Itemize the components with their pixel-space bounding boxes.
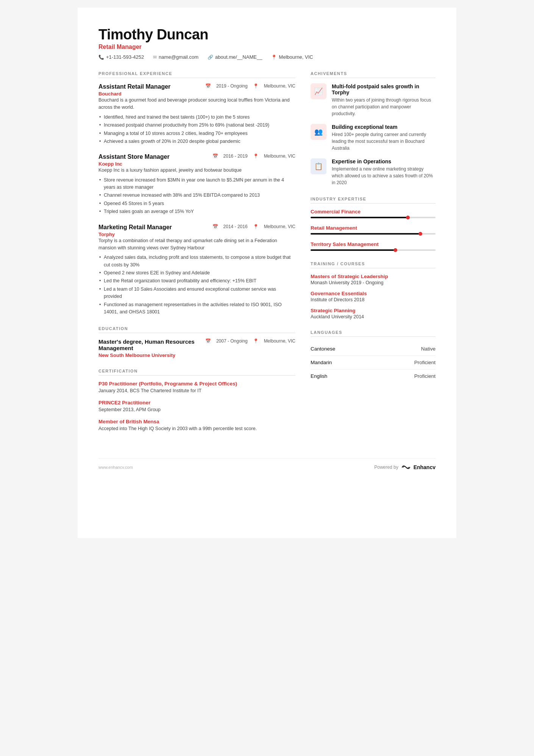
- achievement-1-title: Multi-fold postpaid sales growth in Torp…: [332, 83, 436, 95]
- contact-phone: 📞 +1-131-593-4252: [98, 54, 144, 60]
- lang-2-level: Proficient: [414, 360, 436, 365]
- achievement-2-desc: Hired 100+ people during carreer and cur…: [332, 131, 436, 152]
- email-icon: ✉: [153, 55, 157, 60]
- cert-2-detail: September 2013, APM Group: [98, 406, 295, 413]
- course-1-detail: Monash University 2019 - Ongoing: [311, 280, 436, 285]
- achievement-2-content: Building exceptional team Hired 100+ peo…: [332, 124, 436, 152]
- location-icon: 📍: [253, 224, 259, 229]
- phone-icon: 📞: [98, 55, 104, 60]
- bullet-item: Functioned as management representatives…: [98, 301, 295, 316]
- achievement-1-content: Multi-fold postpaid sales growth in Torp…: [332, 83, 436, 117]
- certification-section: CERTIFICATION P30 Practitioner (Portfoli…: [98, 369, 295, 432]
- footer-brand-name: Enhancv: [414, 464, 436, 470]
- lang-1-name: Cantonese: [311, 346, 335, 352]
- footer-brand: Powered by Enhancv: [374, 464, 436, 471]
- job-1-bullets: Identified, hired and trained the best t…: [98, 114, 295, 146]
- experience-section: PROFESSIONAL EXPERIENCE 📅 2019 - Ongoing…: [98, 71, 295, 316]
- skill-2: Retail Management: [311, 225, 436, 235]
- job-2-bullets: Store revenue increased from $3MN in yea…: [98, 177, 295, 216]
- skill-3-bar-bg: [311, 249, 436, 251]
- calendar-icon: 📅: [212, 224, 218, 229]
- job-1: 📅 2019 - Ongoing 📍 Melbourne, VIC Assist…: [98, 83, 295, 145]
- job-2-desc: Koepp Inc is a luxury fashion apparel, j…: [98, 167, 295, 174]
- job-3-company: Torphy: [98, 232, 295, 237]
- cert-2-name: PRINCE2 Practitioner: [98, 400, 295, 405]
- bullet-item: Led the Retail organization toward profi…: [98, 277, 295, 285]
- edu-1-meta: 📅 2007 - Ongoing 📍 Melbourne, VIC: [205, 338, 295, 344]
- bullet-item: Store revenue increased from $3MN in yea…: [98, 177, 295, 191]
- lang-3-level: Proficient: [414, 373, 436, 379]
- location-icon: 📍: [253, 338, 259, 344]
- bullet-item: Tripled sales goals an average of 15% Yo…: [98, 208, 295, 215]
- contact-email: ✉ name@gmail.com: [153, 54, 198, 60]
- lang-1-level: Native: [421, 346, 436, 352]
- course-2-detail: Institute of Directors 2018: [311, 297, 436, 302]
- cert-1-detail: January 2014, BCS The Chartered Institut…: [98, 387, 295, 394]
- achievement-2: 👥 Building exceptional team Hired 100+ p…: [311, 124, 436, 152]
- education-title: EDUCATION: [98, 326, 295, 333]
- course-3-detail: Auckland University 2014: [311, 314, 436, 319]
- bullet-item: Opened 2 new stores E2E in Sydney and Ad…: [98, 269, 295, 277]
- candidate-title: Retail Manager: [98, 44, 436, 50]
- training-title: TRAINING / COURSES: [311, 261, 436, 268]
- bullet-item: Achieved a sales growth of 20% in 2020 d…: [98, 138, 295, 145]
- job-2-company: Koepp Inc: [98, 161, 295, 167]
- course-1-name: Masters of Strategic Leadership: [311, 274, 436, 279]
- course-3-name: Strategic Planning: [311, 308, 436, 313]
- cert-1: P30 Practitioner (Portfolio, Programme &…: [98, 381, 295, 394]
- bullet-item: Managing a total of 10 stores across 2 c…: [98, 130, 295, 137]
- course-3: Strategic Planning Auckland University 2…: [311, 308, 436, 319]
- job-3: 📅 2014 - 2016 📍 Melbourne, VIC Marketing…: [98, 224, 295, 316]
- achievement-3-content: Expertise in Operations Implemented a ne…: [332, 158, 436, 186]
- job-2: 📅 2016 - 2019 📍 Melbourne, VIC Assistant…: [98, 153, 295, 215]
- achievement-1-desc: Within two years of joining through rigo…: [332, 97, 436, 117]
- achievements-section: ACHIVEMENTS 📈 Multi-fold postpaid sales …: [311, 71, 436, 186]
- edu-1: 📅 2007 - Ongoing 📍 Melbourne, VIC Master…: [98, 338, 295, 358]
- skill-1-name: Commercial Finance: [311, 209, 436, 214]
- achievement-2-icon: 👥: [311, 124, 326, 140]
- course-1: Masters of Strategic Leadership Monash U…: [311, 274, 436, 285]
- contact-row: 📞 +1-131-593-4252 ✉ name@gmail.com 🔗 abo…: [98, 54, 436, 60]
- bullet-item: Channel revenue increased with 38% and 1…: [98, 192, 295, 199]
- footer-website: www.enhancv.com: [98, 465, 133, 470]
- expertise-section: INDUSTRY EXPERTISE Commercial Finance Re…: [311, 197, 436, 251]
- job-1-meta: 📅 2019 - Ongoing 📍 Melbourne, VIC: [205, 83, 295, 89]
- main-layout: PROFESSIONAL EXPERIENCE 📅 2019 - Ongoing…: [98, 71, 436, 443]
- job-1-desc: Bouchard is a gourmet food and beverage …: [98, 97, 295, 111]
- candidate-name: Timothy Duncan: [98, 27, 436, 43]
- location-icon: 📍: [271, 55, 277, 60]
- bullet-item: Led a team of 10 Sales Associates and en…: [98, 286, 295, 301]
- job-1-company: Bouchard: [98, 91, 295, 97]
- lang-3: English Proficient: [311, 369, 436, 383]
- skill-1-bar-fill: [311, 217, 408, 218]
- achievements-title: ACHIVEMENTS: [311, 71, 436, 78]
- cert-2: PRINCE2 Practitioner September 2013, APM…: [98, 400, 295, 413]
- left-column: PROFESSIONAL EXPERIENCE 📅 2019 - Ongoing…: [98, 71, 295, 443]
- header: Timothy Duncan Retail Manager 📞 +1-131-5…: [98, 27, 436, 60]
- edu-1-school: New South Melbourne University: [98, 352, 295, 358]
- training-section: TRAINING / COURSES Masters of Strategic …: [311, 261, 436, 319]
- right-column: ACHIVEMENTS 📈 Multi-fold postpaid sales …: [311, 71, 436, 443]
- languages-title: LANGUAGES: [311, 330, 436, 337]
- cert-3: Member of British Mensa Accepted into Th…: [98, 419, 295, 432]
- lang-1: Cantonese Native: [311, 342, 436, 356]
- enhancv-logo-icon: [401, 464, 411, 471]
- skill-2-name: Retail Management: [311, 225, 436, 231]
- achievement-1: 📈 Multi-fold postpaid sales growth in To…: [311, 83, 436, 117]
- job-3-meta: 📅 2014 - 2016 📍 Melbourne, VIC: [212, 224, 295, 229]
- skill-3-bar-fill: [311, 249, 395, 251]
- lang-3-name: English: [311, 373, 327, 379]
- job-3-desc: Torphy is a combination of retail therap…: [98, 237, 295, 252]
- bullet-item: Analyzed sales data, including profit an…: [98, 254, 295, 269]
- lang-2-name: Mandarin: [311, 360, 332, 365]
- resume-page: Timothy Duncan Retail Manager 📞 +1-131-5…: [78, 8, 456, 538]
- achievement-3-icon: 📋: [311, 158, 326, 174]
- achievement-3-title: Expertise in Operations: [332, 158, 436, 164]
- skill-2-bar-fill: [311, 233, 420, 235]
- link-icon: 🔗: [208, 55, 213, 60]
- skill-3-name: Territory Sales Management: [311, 241, 436, 247]
- contact-location: 📍 Melbourne, VIC: [271, 54, 313, 60]
- course-2-name: Governance Essentials: [311, 291, 436, 296]
- achievement-1-icon: 📈: [311, 83, 326, 99]
- calendar-icon: 📅: [205, 338, 211, 344]
